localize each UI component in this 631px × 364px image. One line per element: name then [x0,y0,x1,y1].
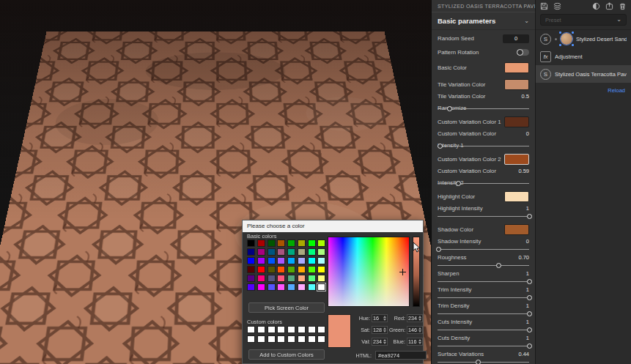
basic-color-cell[interactable] [247,283,255,291]
sphere-icon[interactable] [592,2,600,10]
basic-color-cell[interactable] [308,283,316,291]
custom-color-cell[interactable] [317,326,325,333]
basic-color-cell[interactable] [267,266,276,273]
layer-row[interactable]: SStylized Oasis Terracotta Pavement [536,65,631,83]
basic-color-cell[interactable] [277,275,285,282]
reload-link[interactable]: Reload [608,87,625,94]
basic-color-cell[interactable] [287,283,295,291]
slider-track[interactable] [438,362,529,363]
slider-track[interactable] [438,249,529,250]
basic-color-cell[interactable] [298,248,306,256]
basic-color-cell[interactable] [317,257,325,264]
red-spinbox[interactable]: 234 [407,314,423,322]
spin-arrows[interactable] [383,339,386,344]
custom-color-cell[interactable] [308,335,316,343]
layers-icon[interactable] [553,2,561,10]
html-color-input[interactable]: #ea9274 [375,351,427,360]
basic-color-cell[interactable] [317,275,325,282]
custom-color-cell[interactable] [247,335,255,343]
basic-color-cell[interactable] [277,283,285,291]
layer-thumbnail[interactable] [561,33,572,45]
spin-arrows[interactable] [383,316,386,321]
slider-handle[interactable] [527,311,532,316]
basic-color-cell[interactable] [308,266,316,273]
pick-screen-color-button[interactable]: Pick Screen Color [248,302,325,313]
custom-color-cell[interactable] [317,335,325,343]
basic-color-cell[interactable] [247,248,255,256]
basic-color-cell[interactable] [287,239,295,247]
basic-color-cell[interactable] [277,266,285,273]
custom-color-cell[interactable] [277,326,285,333]
blue-spinbox[interactable]: 116 [407,338,423,346]
basic-color-cell[interactable] [287,248,295,256]
number-input[interactable]: 0 [503,34,529,43]
color-swatch[interactable] [504,62,529,73]
basic-color-cell[interactable] [267,239,276,247]
basic-color-cell[interactable] [267,248,276,256]
basic-color-cell[interactable] [308,257,316,264]
basic-color-cell[interactable] [257,248,265,256]
basic-color-cell[interactable] [247,239,255,247]
slider-handle[interactable] [456,181,461,186]
basic-color-cell[interactable] [267,275,276,282]
basic-color-cell[interactable] [308,239,316,247]
slider-handle[interactable] [527,295,532,300]
custom-color-cell[interactable] [287,326,295,333]
color-swatch[interactable] [504,154,529,165]
custom-color-cell[interactable] [257,335,265,343]
export-icon[interactable] [605,2,613,10]
basic-color-cell[interactable] [298,283,306,291]
basic-color-cell[interactable] [257,275,265,282]
section-basic-parameters[interactable]: Basic parameters ⌄ [432,12,535,30]
spin-arrows[interactable] [383,327,386,333]
basic-color-cell[interactable] [247,257,255,264]
custom-color-cell[interactable] [247,326,255,333]
slider-handle[interactable] [527,214,532,219]
custom-color-cell[interactable] [298,335,306,343]
basic-color-cell[interactable] [287,266,295,273]
custom-color-cell[interactable] [287,335,295,343]
add-to-custom-colors-button[interactable]: Add to Custom Colors [248,349,325,360]
basic-color-cell[interactable] [287,275,295,282]
basic-color-cell[interactable] [287,257,295,264]
save-icon[interactable] [540,2,548,10]
basic-color-cell[interactable] [317,248,325,256]
basic-color-cell[interactable] [308,248,316,256]
toggle-switch[interactable] [517,49,529,56]
basic-color-cell[interactable] [277,239,285,247]
hue-saturation-gradient[interactable] [328,237,410,307]
slider-handle[interactable] [438,144,443,149]
spin-arrows[interactable] [418,316,421,321]
color-swatch[interactable] [504,79,529,90]
layer-row[interactable]: SStylized Desert Sand Ridge [536,30,631,48]
slider-track[interactable] [438,297,529,298]
preset-dropdown[interactable]: Preset ⌄ [540,14,627,26]
slider-handle[interactable] [496,263,501,268]
slider-track[interactable] [438,146,529,146]
trash-icon[interactable] [619,2,627,10]
basic-color-cell[interactable] [247,275,255,282]
gradient-crosshair[interactable] [399,269,406,275]
slider-track[interactable] [438,183,529,184]
slider-track[interactable] [438,330,529,330]
slider-track[interactable] [438,265,529,266]
slider-track[interactable] [438,346,529,346]
green-spinbox[interactable]: 146 [407,326,423,334]
custom-color-cell[interactable] [267,326,276,333]
slider-track[interactable] [438,281,529,282]
basic-color-cell[interactable] [277,257,285,264]
basic-color-cell[interactable] [277,248,285,256]
custom-color-cell[interactable] [308,326,316,333]
hue-spinbox[interactable]: 16 [372,314,388,322]
slider-track[interactable] [438,313,529,314]
spin-arrows[interactable] [418,339,421,344]
basic-color-cell[interactable] [257,283,265,291]
slider-handle[interactable] [527,343,532,349]
custom-color-cell[interactable] [277,335,285,343]
val-spinbox[interactable]: 234 [372,338,388,346]
slider-handle[interactable] [527,327,532,333]
basic-color-cell[interactable] [267,257,276,264]
basic-color-cell[interactable] [298,266,306,273]
slider-track[interactable] [438,216,529,217]
dialog-title[interactable]: Please choose a color [243,220,423,232]
